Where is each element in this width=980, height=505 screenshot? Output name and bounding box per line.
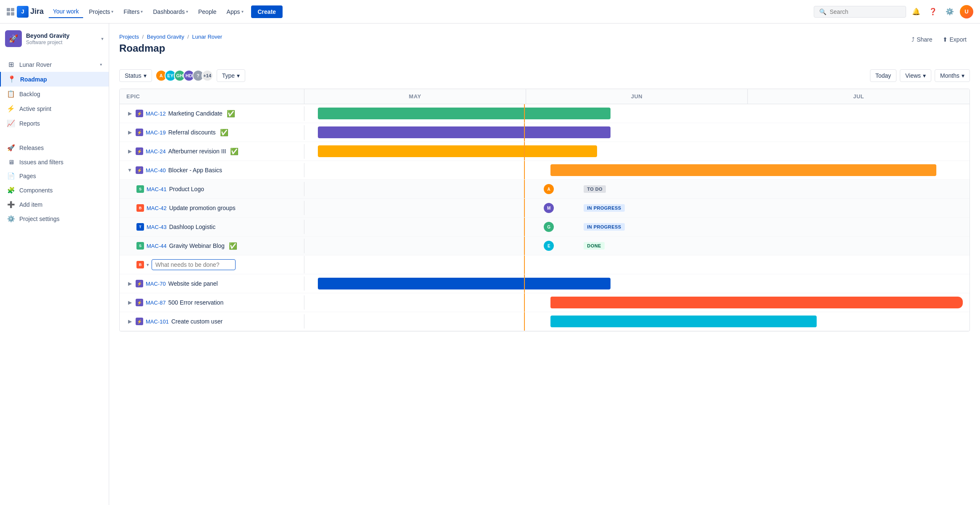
share-icon: ⤴ bbox=[912, 36, 914, 43]
status-mac-41: TO DO bbox=[584, 185, 606, 193]
nav-apps[interactable]: Apps ▾ bbox=[223, 6, 248, 18]
breadcrumb-project[interactable]: Beyond Gravity bbox=[147, 34, 184, 40]
breadcrumb-projects[interactable]: Projects bbox=[119, 34, 139, 40]
user-avatar[interactable]: U bbox=[960, 5, 973, 18]
bar-mac-12[interactable] bbox=[318, 108, 611, 119]
avatar-mac-43: G bbox=[544, 222, 554, 232]
project-settings-label: Project settings bbox=[19, 216, 60, 222]
table-row: ▶ ⚡ MAC-70 Website side panel bbox=[120, 274, 970, 293]
task-icon-mac-43: T bbox=[136, 223, 144, 231]
views-chevron-icon: ▾ bbox=[923, 72, 926, 79]
bar-mac-70[interactable] bbox=[318, 278, 611, 289]
code-mac-40[interactable]: MAC-40 bbox=[146, 167, 166, 174]
status-filter-button[interactable]: Status ▾ bbox=[119, 69, 152, 82]
table-row: ▶ ⚡ MAC-19 Referral discounts ✅ bbox=[120, 123, 970, 142]
sidebar-item-board[interactable]: ⊞ Lunar Rover ▾ bbox=[0, 57, 109, 72]
bar-mac-24[interactable] bbox=[318, 145, 597, 157]
sidebar-item-issues-filters[interactable]: 🖥 Issues and filters bbox=[0, 155, 109, 169]
logo-area: J Jira bbox=[7, 6, 44, 18]
main-content: Projects / Beyond Gravity / Lunar Rover … bbox=[109, 24, 980, 505]
code-mac-41[interactable]: MAC-41 bbox=[147, 186, 167, 192]
month-jul: JUL bbox=[748, 89, 970, 104]
new-item-expand[interactable]: ▾ bbox=[147, 262, 149, 268]
search-input[interactable] bbox=[830, 8, 901, 15]
name-mac-41: Product Logo bbox=[169, 186, 204, 192]
gantt-epic-header: Epic bbox=[120, 89, 304, 104]
expand-mac-12[interactable]: ▶ bbox=[126, 110, 133, 116]
nav-filters[interactable]: Filters ▾ bbox=[119, 6, 147, 18]
table-row: ▶ ⚡ MAC-12 Marketing Candidate ✅ bbox=[120, 104, 970, 123]
row-mac-42-left: B MAC-42 Update promotion groups bbox=[120, 201, 304, 215]
search-box[interactable]: 🔍 bbox=[814, 6, 906, 18]
bar-mac-40[interactable] bbox=[550, 164, 936, 176]
components-icon: 🧩 bbox=[7, 187, 15, 194]
code-mac-101[interactable]: MAC-101 bbox=[146, 318, 169, 325]
name-mac-70: Website side panel bbox=[168, 280, 218, 287]
board-chevron-icon: ▾ bbox=[100, 62, 102, 67]
help-button[interactable]: ❓ bbox=[926, 5, 940, 18]
new-item-right bbox=[304, 255, 970, 274]
row-mac-70-left: ▶ ⚡ MAC-70 Website side panel bbox=[120, 276, 304, 291]
sidebar-item-project-settings[interactable]: ⚙️ Project settings bbox=[0, 212, 109, 226]
sidebar-item-reports[interactable]: 📈 Reports bbox=[0, 116, 109, 131]
expand-mac-24[interactable]: ▶ bbox=[126, 148, 133, 154]
row-mac-43-right: G IN PROGRESS bbox=[304, 218, 970, 236]
nav-projects[interactable]: Projects ▾ bbox=[85, 6, 118, 18]
code-mac-43[interactable]: MAC-43 bbox=[147, 224, 167, 230]
sidebar-item-roadmap[interactable]: 📍 Roadmap bbox=[0, 72, 109, 87]
reports-icon: 📈 bbox=[7, 119, 15, 127]
code-mac-19[interactable]: MAC-19 bbox=[146, 129, 166, 136]
share-button[interactable]: ⤴ Share bbox=[908, 34, 935, 45]
sidebar-item-components[interactable]: 🧩 Components bbox=[0, 183, 109, 197]
bar-mac-87[interactable] bbox=[550, 297, 963, 308]
avatar-count[interactable]: +14 bbox=[202, 70, 213, 82]
bar-mac-19[interactable] bbox=[318, 126, 611, 138]
export-button[interactable]: ⬆ Export bbox=[939, 34, 970, 45]
today-button[interactable]: Today bbox=[870, 69, 896, 82]
type-chevron-icon: ▾ bbox=[237, 72, 240, 79]
sidebar-item-add-item[interactable]: ➕ Add item bbox=[0, 197, 109, 212]
done-icon-mac-19: ✅ bbox=[220, 129, 228, 137]
breadcrumb-page[interactable]: Lunar Rover bbox=[192, 34, 223, 40]
expand-mac-40[interactable]: ▼ bbox=[126, 167, 133, 173]
jira-logo[interactable]: J Jira bbox=[17, 6, 44, 18]
backlog-label: Backlog bbox=[19, 91, 102, 97]
sidebar-item-active-sprint[interactable]: ⚡ Active sprint bbox=[0, 101, 109, 116]
code-mac-44[interactable]: MAC-44 bbox=[147, 243, 167, 249]
expand-mac-87[interactable]: ▶ bbox=[126, 300, 133, 305]
create-button[interactable]: Create bbox=[251, 5, 283, 18]
notifications-button[interactable]: 🔔 bbox=[909, 5, 923, 18]
row-mac-40-left: ▼ ⚡ MAC-40 Blocker - App Basics bbox=[120, 163, 304, 177]
row-mac-19-left: ▶ ⚡ MAC-19 Referral discounts ✅ bbox=[120, 125, 304, 140]
type-filter-button[interactable]: Type ▾ bbox=[217, 69, 245, 82]
bar-mac-101[interactable] bbox=[550, 316, 817, 327]
expand-mac-101[interactable]: ▶ bbox=[126, 318, 133, 324]
sidebar-item-backlog[interactable]: 📋 Backlog bbox=[0, 87, 109, 101]
sidebar-item-releases[interactable]: 🚀 Releases bbox=[0, 141, 109, 155]
expand-mac-19[interactable]: ▶ bbox=[126, 129, 133, 135]
row-mac-87-left: ▶ ⚡ MAC-87 500 Error reservation bbox=[120, 295, 304, 310]
breadcrumb: Projects / Beyond Gravity / Lunar Rover bbox=[119, 34, 222, 40]
project-name: Beyond Gravity bbox=[26, 32, 97, 39]
sidebar-item-pages[interactable]: 📄 Pages bbox=[0, 169, 109, 183]
name-mac-40: Blocker - App Basics bbox=[168, 167, 222, 174]
views-button[interactable]: Views ▾ bbox=[900, 69, 931, 82]
expand-mac-70[interactable]: ▶ bbox=[126, 281, 133, 287]
status-mac-42: IN PROGRESS bbox=[584, 204, 624, 212]
grid-icon[interactable] bbox=[7, 8, 14, 16]
code-mac-12[interactable]: MAC-12 bbox=[146, 110, 166, 117]
board-label: Lunar Rover bbox=[19, 61, 96, 68]
code-mac-42[interactable]: MAC-42 bbox=[147, 205, 167, 211]
row-mac-70-right bbox=[304, 274, 970, 293]
nav-people[interactable]: People bbox=[194, 6, 221, 18]
code-mac-87[interactable]: MAC-87 bbox=[146, 300, 166, 306]
nav-dashboards[interactable]: Dashboards ▾ bbox=[149, 6, 192, 18]
project-header[interactable]: 🚀 Beyond Gravity Software project ▾ bbox=[0, 24, 109, 54]
code-mac-24[interactable]: MAC-24 bbox=[146, 148, 166, 155]
new-item-input[interactable] bbox=[152, 259, 236, 270]
name-mac-12: Marketing Candidate bbox=[168, 110, 223, 117]
settings-button[interactable]: ⚙️ bbox=[943, 5, 956, 18]
code-mac-70[interactable]: MAC-70 bbox=[146, 281, 166, 287]
months-button[interactable]: Months ▾ bbox=[935, 69, 970, 82]
nav-your-work[interactable]: Your work bbox=[49, 5, 83, 18]
